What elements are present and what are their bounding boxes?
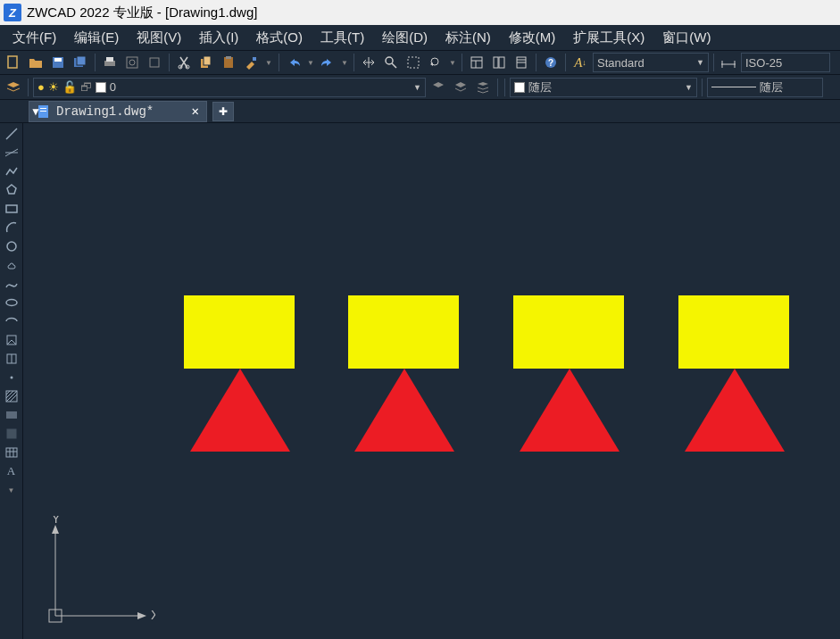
draw-toolbar: A ▼ <box>0 123 23 639</box>
yellow-rectangle-shape[interactable] <box>513 295 624 369</box>
layer-state-button[interactable] <box>473 78 493 97</box>
menu-window[interactable]: 窗口(W) <box>653 26 719 50</box>
undo-button[interactable] <box>284 53 304 72</box>
dim-style-button[interactable] <box>719 53 738 72</box>
region-tool[interactable] <box>2 425 21 443</box>
copy-button[interactable] <box>196 53 216 72</box>
svg-rect-51 <box>6 411 17 419</box>
text-style-button[interactable]: A↓ <box>570 53 590 72</box>
point-tool[interactable] <box>2 369 21 386</box>
menu-dimension[interactable]: 标注(N) <box>437 26 500 50</box>
layer-manager-button[interactable] <box>4 78 23 97</box>
layer-dropdown[interactable]: ● ☀ 🔓 🗗 0 ▼ <box>33 78 426 97</box>
zoom-dropdown-icon[interactable]: ▼ <box>448 53 457 72</box>
red-triangle-shape[interactable] <box>190 369 290 452</box>
lock-open-icon: 🔓 <box>62 80 77 94</box>
red-triangle-shape[interactable] <box>520 369 620 452</box>
menu-tools[interactable]: 工具(T) <box>312 26 373 50</box>
make-block-tool[interactable] <box>2 350 21 368</box>
svg-rect-20 <box>471 57 482 68</box>
tab-list-dropdown[interactable]: ▼ <box>27 102 45 121</box>
properties-button[interactable] <box>467 53 487 72</box>
zoom-window-button[interactable] <box>403 53 423 72</box>
menu-format[interactable]: 格式(O) <box>247 26 312 50</box>
yellow-rectangle-shape[interactable] <box>678 295 789 369</box>
menu-extensions[interactable]: 扩展工具(X) <box>564 26 653 50</box>
menu-draw[interactable]: 绘图(D) <box>373 26 437 50</box>
text-style-dropdown[interactable]: Standard ▼ <box>593 53 709 72</box>
yellow-rectangle-shape[interactable] <box>184 295 295 369</box>
linetype-value: 随层 <box>760 79 783 95</box>
new-button[interactable] <box>4 53 23 72</box>
document-tab[interactable]: Drawing1.dwg* ✕ <box>29 101 207 122</box>
zoom-previous-button[interactable] <box>426 53 445 72</box>
line-tool[interactable] <box>2 125 21 143</box>
table-tool[interactable] <box>2 444 21 461</box>
ellipse-tool[interactable] <box>2 294 21 311</box>
color-dropdown[interactable]: 随层 ▼ <box>510 78 697 97</box>
ucs-x-label: X <box>151 608 155 622</box>
layer-iso-button[interactable] <box>428 78 448 97</box>
svg-rect-6 <box>106 57 113 62</box>
hatch-tool[interactable] <box>2 387 21 405</box>
circle-tool[interactable] <box>2 237 21 255</box>
svg-line-48 <box>6 391 13 398</box>
menu-edit[interactable]: 编辑(E) <box>65 26 128 50</box>
svg-point-45 <box>10 377 12 379</box>
insert-block-tool[interactable] <box>2 331 21 349</box>
dim-style-dropdown[interactable]: ISO-25 <box>741 53 830 72</box>
layer-prev-button[interactable] <box>451 78 470 97</box>
svg-rect-2 <box>54 58 62 62</box>
separator <box>353 54 354 71</box>
revcloud-tool[interactable] <box>2 256 21 274</box>
mtext-tool[interactable]: A <box>2 462 21 480</box>
paste-button[interactable] <box>219 53 238 72</box>
undo-dropdown-icon[interactable]: ▼ <box>306 53 315 72</box>
menu-modify[interactable]: 修改(M) <box>500 26 565 50</box>
redo-dropdown-icon[interactable]: ▼ <box>340 53 349 72</box>
ucs-y-label: Y <box>52 516 61 526</box>
spline-tool[interactable] <box>2 275 21 293</box>
rectangle-tool[interactable] <box>2 200 21 218</box>
pan-button[interactable] <box>359 53 378 72</box>
svg-rect-13 <box>204 56 211 65</box>
print-button[interactable] <box>100 53 120 72</box>
saveall-button[interactable] <box>71 53 90 72</box>
tool-palettes-button[interactable] <box>511 53 531 72</box>
drawing-canvas[interactable]: X Y <box>23 123 840 639</box>
tab-label: Drawing1.dwg* <box>56 104 154 119</box>
arc-tool[interactable] <box>2 219 21 237</box>
menu-insert[interactable]: 插入(I) <box>190 26 247 50</box>
linetype-preview <box>711 87 756 87</box>
dropdown-arrow-icon[interactable]: ▼ <box>263 53 274 72</box>
linetype-dropdown[interactable]: 随层 <box>707 78 823 97</box>
tab-close-button[interactable]: ✕ <box>192 104 199 119</box>
svg-point-8 <box>129 60 135 65</box>
help-button[interactable]: ? <box>541 53 561 72</box>
red-triangle-shape[interactable] <box>685 369 785 452</box>
plot-preview-button[interactable] <box>122 53 142 72</box>
menu-view[interactable]: 视图(V) <box>128 26 190 50</box>
zoom-realtime-button[interactable] <box>381 53 401 72</box>
publish-button[interactable] <box>145 53 164 72</box>
red-triangle-shape[interactable] <box>354 369 454 452</box>
redo-button[interactable] <box>318 53 337 72</box>
match-props-button[interactable] <box>241 53 261 72</box>
yellow-rectangle-shape[interactable] <box>348 295 459 369</box>
new-tab-button[interactable]: ✚ <box>212 102 234 121</box>
save-button[interactable] <box>48 53 68 72</box>
open-button[interactable] <box>26 53 46 72</box>
svg-line-36 <box>6 129 17 139</box>
layer-name: 0 <box>110 80 116 94</box>
menu-file[interactable]: 文件(F) <box>4 26 65 50</box>
separator <box>565 54 566 71</box>
gradient-tool[interactable] <box>2 406 21 424</box>
chevron-down-icon: ▼ <box>696 58 704 67</box>
design-center-button[interactable] <box>489 53 509 72</box>
cut-button[interactable] <box>174 53 194 72</box>
xline-tool[interactable] <box>2 144 21 162</box>
polygon-tool[interactable] <box>2 181 21 199</box>
more-tools-dropdown[interactable]: ▼ <box>2 481 21 499</box>
polyline-tool[interactable] <box>2 162 21 180</box>
ellipse-arc-tool[interactable] <box>2 312 21 330</box>
